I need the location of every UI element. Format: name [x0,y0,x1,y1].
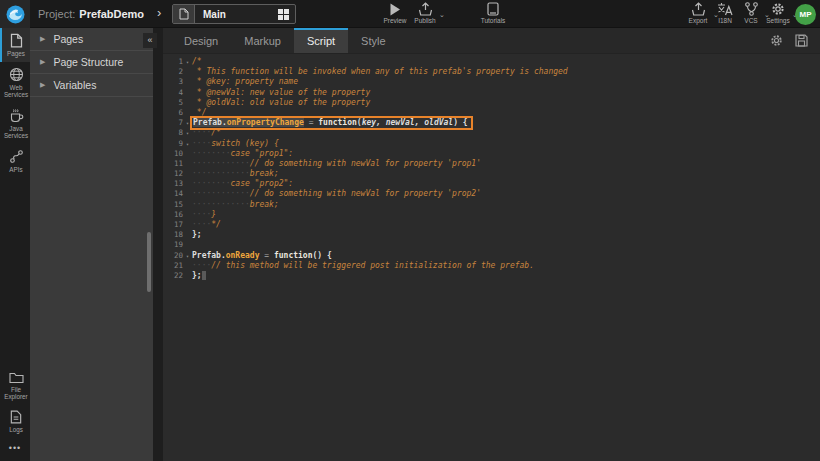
line-number: 11 [163,159,183,169]
code-line[interactable]: 20▾Prefab.onReady = function() { [163,251,820,261]
code-line[interactable]: 10········case "prop1": [163,149,820,159]
sidebar-item-java-services[interactable]: Java Services [0,103,30,144]
script-settings-button[interactable] [770,34,783,47]
code-text: ············break; [192,200,279,210]
line-number: 12 [163,169,183,179]
user-avatar[interactable]: MP [795,4,816,25]
code-line[interactable]: 11············// do something with newVa… [163,159,820,169]
chevron-right-icon: ▶ [40,81,45,89]
sidebar-item-label: Pages [7,50,25,58]
code-text: * This function will be invoked when any… [192,67,568,77]
line-number: 22 [163,271,183,281]
panel-section-page-structure[interactable]: ▶Page Structure [30,51,153,74]
fold-marker-icon[interactable]: ▾ [183,128,192,138]
sidebar-item-label: APIs [9,166,22,174]
code-text: ····switch (key) { [192,139,279,149]
logs-icon [10,410,22,424]
line-number: 6 [163,108,183,118]
panel-section-pages[interactable]: ▶Pages [30,28,153,51]
panel-section-label: Pages [53,33,83,45]
tab-design[interactable]: Design [171,28,231,53]
code-text: Prefab.onPropertyChange = function(key, … [192,118,471,128]
editor-area: DesignMarkupScriptStyle [163,28,820,461]
page-grid-icon[interactable] [278,9,289,20]
line-number: 2 [163,67,183,77]
page-selector[interactable]: Main [172,4,296,24]
code-text: ····*/ [192,220,221,230]
fold-marker-icon[interactable]: ▾ [183,118,192,128]
code-line[interactable]: 15············break; [163,200,820,210]
code-text: }; [192,271,206,281]
code-line[interactable]: 21····// this method will be triggered p… [163,261,820,271]
code-line[interactable]: 19 [163,240,820,250]
code-line[interactable]: 22}; [163,271,820,281]
api-icon [9,149,24,164]
code-line[interactable]: 16····} [163,210,820,220]
code-text: ········case "prop1": [192,149,293,159]
settings-button[interactable]: ⌄ Settings [756,2,800,27]
code-line[interactable]: 8▾····/* [163,128,820,138]
fold-marker-icon[interactable]: ▾ [183,251,192,261]
line-number: 5 [163,98,183,108]
sidebar-item-logs[interactable]: Logs [0,405,30,438]
line-number: 4 [163,88,183,98]
code-text: ············break; [192,169,279,179]
code-text: ····/* [192,128,221,138]
sidebar-item-label: Java Services [2,125,30,140]
code-line[interactable]: 6 */ [163,108,820,118]
tab-markup[interactable]: Markup [231,28,294,53]
project-label: Project: [38,8,75,20]
fold-marker-icon[interactable]: ▾ [183,139,192,149]
sidebar-item-file-explorer[interactable]: File Explorer [0,366,30,405]
sidebar-item-label: File Explorer [2,386,30,401]
gear-icon [770,34,783,47]
sidebar-item-web-services[interactable]: Web Services [0,62,30,103]
icon-sidebar: PagesWeb ServicesJava ServicesAPIs File … [0,28,30,461]
code-line[interactable]: 1▾/* [163,57,820,67]
code-line[interactable]: 7▾Prefab.onPropertyChange = function(key… [163,118,820,128]
line-number: 9 [163,139,183,149]
coffee-icon [9,108,24,123]
code-text: }; [192,230,202,240]
code-line[interactable]: 18}; [163,230,820,240]
code-text: ····// this method will be triggered pos… [192,261,534,271]
save-button[interactable] [795,34,808,47]
code-line[interactable]: 13········case "prop2": [163,179,820,189]
gear-icon [771,2,785,16]
globe-icon [9,67,24,82]
active-page-name: Main [195,9,278,20]
publish-chevron-icon: ⌄ [439,11,445,19]
code-line[interactable]: 17····*/ [163,220,820,230]
more-options-button[interactable]: ••• [0,437,30,459]
line-number: 21 [163,261,183,271]
code-area[interactable]: 1▾/*2 * This function will be invoked wh… [163,54,820,281]
code-line[interactable]: 4 * @newVal: new value of the property [163,88,820,98]
panel-section-variables[interactable]: ▶Variables [30,74,153,97]
tutorials-button[interactable]: Tutorials [471,2,515,27]
publish-button[interactable]: ⌄ Publish [403,2,447,27]
tab-style[interactable]: Style [348,28,398,53]
sidebar-item-apis[interactable]: APIs [0,144,30,178]
sidebar-item-pages[interactable]: Pages [0,28,30,62]
wavemaker-logo-icon [6,5,25,24]
code-text: Prefab.onReady = function() { [192,251,332,261]
panel-splitter[interactable] [153,28,163,461]
fold-marker-icon[interactable]: ▾ [183,57,192,67]
code-line[interactable]: 5 * @oldVal: old value of the property [163,98,820,108]
code-line[interactable]: 2 * This function will be invoked when a… [163,67,820,77]
tab-script[interactable]: Script [294,28,348,53]
breadcrumb-chevron-icon: › [157,5,161,20]
code-line[interactable]: 9▾····switch (key) { [163,139,820,149]
app-logo[interactable] [0,0,30,28]
panel-section-label: Variables [53,79,96,91]
code-line[interactable]: 3 * @key: property name [163,77,820,87]
panel-collapse-button[interactable]: « [143,33,157,48]
sidebar-item-label: Logs [9,426,23,434]
line-number: 14 [163,189,183,199]
code-text: * @key: property name [192,77,298,87]
panel-scrollbar[interactable] [147,232,151,292]
code-text: ············// do something with newVal … [192,159,481,169]
code-line[interactable]: 12············break; [163,169,820,179]
folder-icon [9,371,24,384]
code-line[interactable]: 14············// do something with newVa… [163,189,820,199]
